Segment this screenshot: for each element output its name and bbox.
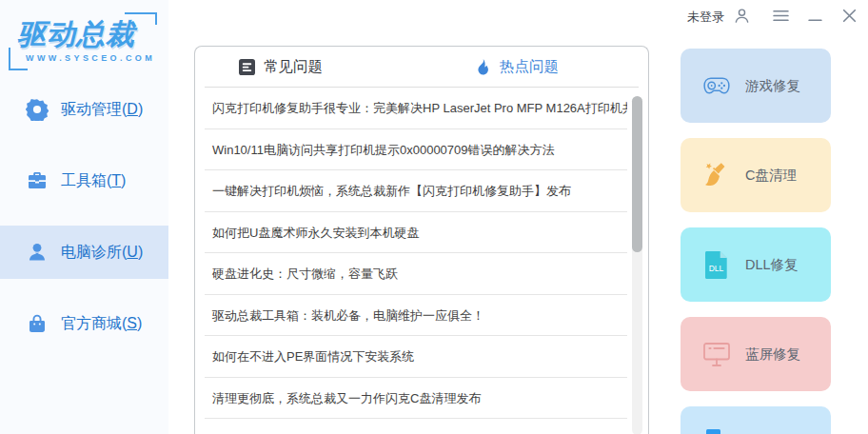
sidebar: 驱动总裁 WWW.SYSCEO.COM 驱动管理(D) 工具箱(T) 电脑诊所(… bbox=[0, 0, 168, 434]
sidebar-item-icon bbox=[26, 312, 49, 335]
close-button[interactable] bbox=[840, 7, 858, 25]
sidebar-item-label: 工具箱(T) bbox=[61, 171, 126, 191]
quick-action-bluescreen-repair[interactable]: 蓝屏修复 bbox=[681, 317, 831, 391]
partial-icon bbox=[702, 429, 731, 434]
quick-action-c-drive-clean[interactable]: C盘清理 bbox=[681, 138, 831, 212]
card-label: C盘清理 bbox=[745, 167, 797, 185]
tab-label: 热点问题 bbox=[500, 57, 559, 77]
quick-action-game-repair[interactable]: 游戏修复 bbox=[681, 49, 831, 123]
sidebar-item-official-store[interactable]: 官方商城(S) bbox=[0, 297, 168, 350]
quick-actions-column: 游戏修复 C盘清理 DLL DLL修复 蓝屏修复 bbox=[681, 49, 831, 434]
card-label: 游戏修复 bbox=[745, 77, 800, 95]
faq-list-item[interactable]: 如何把U盘魔术师永久安装到本机硬盘 bbox=[205, 212, 627, 254]
logo-site-url: WWW.SYSCEO.COM bbox=[26, 53, 155, 63]
app-window: { "logo": { "title": "驱动总裁", "site": "WW… bbox=[0, 0, 868, 434]
monitor-icon bbox=[702, 340, 731, 368]
faq-list-item[interactable]: 清理更彻底，系统总裁又一力作闪克C盘清理发布 bbox=[205, 378, 627, 420]
user-icon[interactable] bbox=[733, 7, 751, 25]
sidebar-item-icon bbox=[26, 241, 49, 264]
minimize-button[interactable] bbox=[806, 7, 824, 25]
faq-list-item[interactable]: 硬盘进化史：尺寸微缩，容量飞跃 bbox=[205, 253, 627, 295]
sidebar-item-icon bbox=[26, 98, 49, 121]
quick-action-partial-card[interactable] bbox=[681, 406, 831, 434]
faq-list-item[interactable]: Win10/11电脑访问共享打印机提示0x00000709错误的解决方法 bbox=[205, 129, 627, 171]
sidebar-item-pc-clinic[interactable]: 电脑诊所(U) bbox=[0, 226, 168, 279]
faq-list: 闪克打印机修复助手很专业：完美解决HP LaserJet Pro MFP M12… bbox=[205, 88, 639, 419]
faq-list-item[interactable]: 一键解决打印机烦恼，系统总裁新作【闪克打印机修复助手】发布 bbox=[205, 170, 627, 212]
sidebar-item-toolbox[interactable]: 工具箱(T) bbox=[0, 154, 168, 207]
list-scrollbar-track[interactable] bbox=[632, 96, 642, 434]
logo-title: 驱动总裁 bbox=[17, 15, 135, 54]
card-label: DLL修复 bbox=[745, 256, 799, 274]
sidebar-item-label: 驱动管理(D) bbox=[61, 100, 143, 120]
flame-icon bbox=[475, 59, 491, 75]
tab-common-questions[interactable]: 常见问题 bbox=[239, 47, 323, 87]
list-square-icon bbox=[239, 59, 255, 75]
sidebar-item-icon bbox=[26, 169, 49, 192]
faq-list-item[interactable]: 驱动总裁工具箱：装机必备，电脑维护一应俱全！ bbox=[205, 295, 627, 337]
sidebar-item-driver-management[interactable]: 驱动管理(D) bbox=[0, 83, 168, 136]
faq-tabs: 常见问题 热点问题 bbox=[205, 47, 639, 88]
faq-panel: 常见问题 热点问题 闪克打印机修复助手很专业：完美解决HP LaserJet P… bbox=[194, 46, 649, 434]
login-status[interactable]: 未登录 bbox=[687, 9, 724, 26]
tab-label: 常见问题 bbox=[264, 57, 323, 77]
faq-list-item[interactable]: 闪克打印机修复助手很专业：完美解决HP LaserJet Pro MFP M12… bbox=[205, 88, 627, 129]
tab-hot-questions[interactable]: 热点问题 bbox=[475, 47, 559, 87]
card-label: 蓝屏修复 bbox=[745, 345, 800, 364]
sidebar-item-label: 电脑诊所(U) bbox=[61, 243, 143, 263]
sidebar-menu: 驱动管理(D) 工具箱(T) 电脑诊所(U) 官方商城(S) bbox=[0, 83, 168, 368]
quick-action-dll-repair[interactable]: DLL DLL修复 bbox=[681, 227, 831, 302]
svg-text:DLL: DLL bbox=[709, 264, 724, 273]
broom-icon bbox=[702, 161, 731, 189]
app-logo: 驱动总裁 WWW.SYSCEO.COM bbox=[0, 0, 168, 88]
faq-list-item[interactable]: 如何在不进入PE界面情况下安装系统 bbox=[205, 336, 627, 378]
hamburger-menu-icon[interactable] bbox=[772, 7, 790, 25]
gamepad-icon bbox=[702, 71, 731, 100]
list-scrollbar-thumb[interactable] bbox=[632, 96, 642, 252]
sidebar-item-label: 官方商城(S) bbox=[61, 314, 142, 334]
dll-file-icon: DLL bbox=[702, 250, 731, 279]
